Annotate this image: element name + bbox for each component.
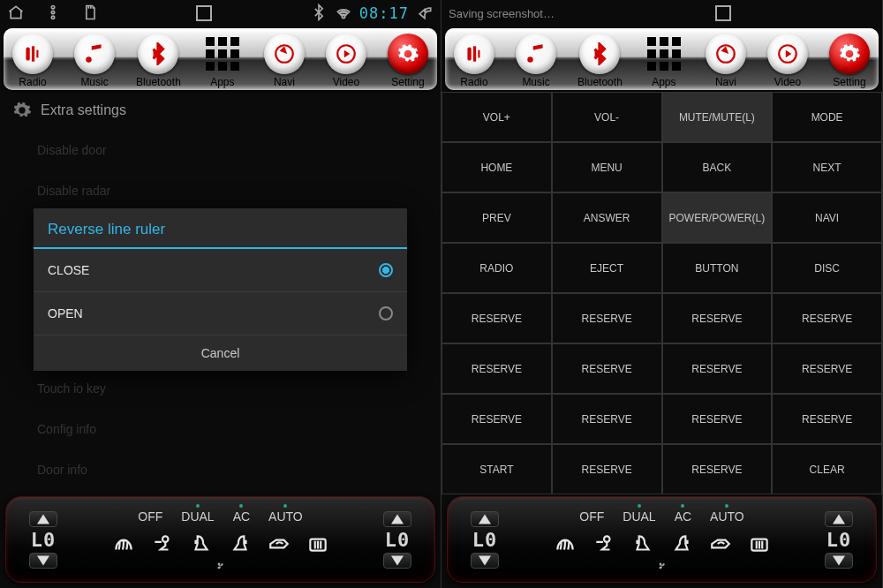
setting-item[interactable]: Config info bbox=[0, 408, 441, 449]
recirc-icon[interactable] bbox=[267, 532, 291, 555]
setting-item[interactable]: Door info bbox=[0, 449, 441, 489]
climate-mode-dual[interactable]: DUAL bbox=[181, 509, 214, 524]
temp-down-left[interactable] bbox=[29, 553, 57, 569]
tool-apps[interactable]: Apps bbox=[202, 34, 243, 88]
key-prev[interactable]: PREV bbox=[442, 192, 552, 243]
key-mute-mute-l-[interactable]: MUTE/MUTE(L) bbox=[662, 92, 773, 142]
key-next[interactable]: NEXT bbox=[772, 142, 882, 192]
setting-item[interactable]: Touch io key bbox=[0, 367, 441, 408]
key-radio[interactable]: RADIO bbox=[442, 243, 552, 293]
svg-point-2 bbox=[51, 16, 54, 19]
climate-mode-off[interactable]: OFF bbox=[579, 509, 604, 524]
tool-setting[interactable]: Setting bbox=[829, 34, 870, 88]
sd-icon[interactable] bbox=[81, 4, 99, 24]
tool-music[interactable]: Music bbox=[516, 34, 556, 88]
temp-up-left[interactable] bbox=[29, 511, 57, 527]
key-reserve[interactable]: RESERVE bbox=[662, 293, 773, 343]
climate-mode-ac[interactable]: AC bbox=[675, 509, 691, 524]
wifi-icon bbox=[335, 4, 352, 24]
dialog-option-open[interactable]: OPEN bbox=[34, 292, 407, 335]
tool-setting[interactable]: Setting bbox=[388, 34, 428, 88]
key-answer[interactable]: ANSWER bbox=[552, 192, 662, 243]
climate-mode-dual[interactable]: DUAL bbox=[623, 509, 655, 524]
tool-navi[interactable]: Navi bbox=[264, 34, 305, 88]
key-navi[interactable]: NAVI bbox=[772, 192, 882, 243]
key-clear[interactable]: CLEAR bbox=[772, 444, 882, 494]
tool-video[interactable]: Video bbox=[326, 34, 366, 88]
tool-navi[interactable]: Navi bbox=[706, 34, 746, 88]
back-icon[interactable] bbox=[416, 4, 434, 24]
dialog-cancel-button[interactable]: Cancel bbox=[34, 335, 407, 371]
key-reserve[interactable]: RESERVE bbox=[552, 394, 662, 444]
tool-label: Apps bbox=[652, 76, 675, 88]
temp-up-right[interactable] bbox=[383, 511, 411, 527]
defrost-front-icon[interactable] bbox=[553, 532, 577, 555]
key-eject[interactable]: EJECT bbox=[552, 243, 662, 293]
key-power-power-l-[interactable]: POWER/POWER(L) bbox=[662, 192, 773, 243]
dialog-title: Reverse line ruler bbox=[34, 208, 407, 249]
more-icon[interactable] bbox=[44, 4, 62, 24]
air-head-icon[interactable] bbox=[592, 532, 616, 555]
seatheat-l-icon[interactable] bbox=[630, 532, 655, 555]
tool-icon bbox=[706, 34, 746, 74]
key-reserve[interactable]: RESERVE bbox=[442, 343, 552, 394]
key-reserve[interactable]: RESERVE bbox=[552, 343, 662, 394]
key-reserve[interactable]: RESERVE bbox=[442, 394, 552, 444]
key-reserve[interactable]: RESERVE bbox=[662, 343, 773, 394]
key-reserve[interactable]: RESERVE bbox=[552, 293, 662, 343]
dialog-option-close[interactable]: CLOSE bbox=[34, 249, 407, 292]
climate-mode-off[interactable]: OFF bbox=[138, 509, 162, 524]
seatheat-r-icon[interactable] bbox=[228, 532, 253, 555]
key-reserve[interactable]: RESERVE bbox=[662, 444, 773, 494]
svg-point-1 bbox=[51, 11, 54, 13]
recirc-icon[interactable] bbox=[708, 532, 733, 555]
temp-down-right[interactable] bbox=[383, 553, 411, 569]
key-back[interactable]: BACK bbox=[662, 142, 773, 192]
climate-bar: L0 OFFDUALACAUTO L0 bbox=[447, 496, 877, 583]
climate-mode-auto[interactable]: AUTO bbox=[268, 509, 303, 524]
setting-item[interactable]: Disable door bbox=[0, 129, 441, 170]
key-start[interactable]: START bbox=[442, 444, 552, 494]
climate-mode-auto[interactable]: AUTO bbox=[710, 509, 744, 524]
tool-video[interactable]: Video bbox=[767, 34, 808, 88]
key-reserve[interactable]: RESERVE bbox=[772, 343, 882, 394]
tool-bluetooth[interactable]: Bluetooth bbox=[136, 34, 181, 88]
tool-label: Apps bbox=[210, 76, 234, 88]
key-mode[interactable]: MODE bbox=[772, 92, 882, 142]
tool-icon bbox=[326, 34, 366, 74]
key-vol-[interactable]: VOL- bbox=[552, 92, 662, 142]
tool-music[interactable]: Music bbox=[74, 34, 115, 88]
temp-down-left[interactable] bbox=[471, 553, 499, 569]
defrost-rear-icon[interactable] bbox=[306, 532, 330, 555]
radio-on-icon bbox=[379, 263, 393, 277]
key-reserve[interactable]: RESERVE bbox=[442, 293, 552, 343]
temp-up-left[interactable] bbox=[471, 511, 499, 527]
key-home[interactable]: HOME bbox=[442, 142, 552, 192]
key-disc[interactable]: DISC bbox=[772, 243, 882, 293]
tool-radio[interactable]: Radio bbox=[454, 34, 494, 88]
tool-bluetooth[interactable]: Bluetooth bbox=[577, 34, 623, 88]
temp-down-right[interactable] bbox=[825, 553, 853, 569]
temp-up-right[interactable] bbox=[825, 511, 853, 527]
home-icon[interactable] bbox=[7, 4, 25, 24]
key-reserve[interactable]: RESERVE bbox=[552, 444, 662, 494]
key-reserve[interactable]: RESERVE bbox=[662, 394, 773, 444]
temp-right: L0 bbox=[385, 529, 411, 551]
svg-rect-3 bbox=[26, 47, 29, 60]
defrost-front-icon[interactable] bbox=[111, 532, 136, 555]
fan-bar bbox=[214, 559, 228, 573]
key-reserve[interactable]: RESERVE bbox=[772, 293, 882, 343]
seatheat-r-icon[interactable] bbox=[669, 532, 694, 555]
defrost-rear-icon[interactable] bbox=[747, 532, 772, 555]
key-button[interactable]: BUTTON bbox=[662, 243, 773, 293]
climate-mode-ac[interactable]: AC bbox=[233, 509, 250, 524]
svg-point-8 bbox=[162, 536, 169, 542]
key-vol-[interactable]: VOL+ bbox=[442, 92, 552, 142]
key-reserve[interactable]: RESERVE bbox=[772, 394, 882, 444]
tool-apps[interactable]: Apps bbox=[644, 34, 684, 88]
setting-item[interactable]: Disable radar bbox=[0, 170, 441, 210]
air-head-icon[interactable] bbox=[150, 532, 175, 555]
key-menu[interactable]: MENU bbox=[552, 142, 662, 192]
tool-radio[interactable]: Radio bbox=[12, 34, 53, 88]
seatheat-l-icon[interactable] bbox=[189, 532, 214, 555]
